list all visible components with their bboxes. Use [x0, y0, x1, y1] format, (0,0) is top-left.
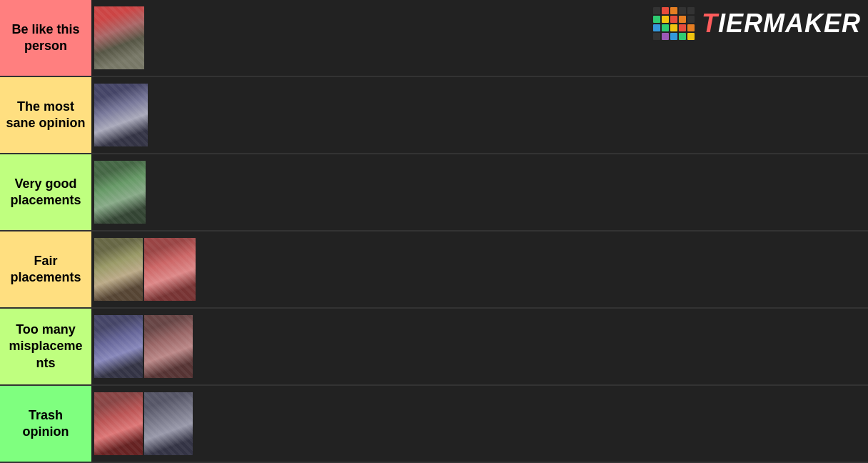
tier-image — [144, 315, 193, 378]
tier-content-a — [91, 77, 868, 153]
tier-image — [94, 392, 143, 455]
tier-content-f — [91, 386, 868, 462]
tier-image — [94, 161, 146, 224]
tier-row-b: Very good placements — [0, 154, 868, 231]
tier-label-s: Be like this person — [0, 0, 91, 76]
tier-image — [94, 315, 143, 378]
tiermaker-logo: TiERMAKER — [653, 7, 861, 40]
tier-row-c: Fair placements — [0, 231, 868, 309]
tier-content-b — [91, 154, 868, 230]
tier-image — [144, 238, 196, 301]
tier-row-d: Too many misplacements — [0, 309, 868, 386]
tier-label-f: Trash opinion — [0, 386, 91, 462]
logo-text: TiERMAKER — [702, 9, 861, 39]
tier-image — [94, 84, 148, 146]
tier-image — [144, 392, 193, 455]
tier-label-c: Fair placements — [0, 231, 91, 307]
tier-image — [94, 238, 143, 301]
tier-label-b: Very good placements — [0, 154, 91, 230]
tier-list: TiERMAKER Be like this person The most s… — [0, 0, 868, 463]
tier-content-d — [91, 309, 868, 384]
tier-content-c — [91, 231, 868, 307]
tier-label-a: The most sane opinion — [0, 77, 91, 153]
tier-row-a: The most sane opinion — [0, 77, 868, 154]
tier-label-d: Too many misplacements — [0, 309, 91, 384]
logo-grid — [653, 7, 695, 40]
tier-image — [94, 6, 144, 69]
tier-row-f: Trash opinion — [0, 386, 868, 463]
